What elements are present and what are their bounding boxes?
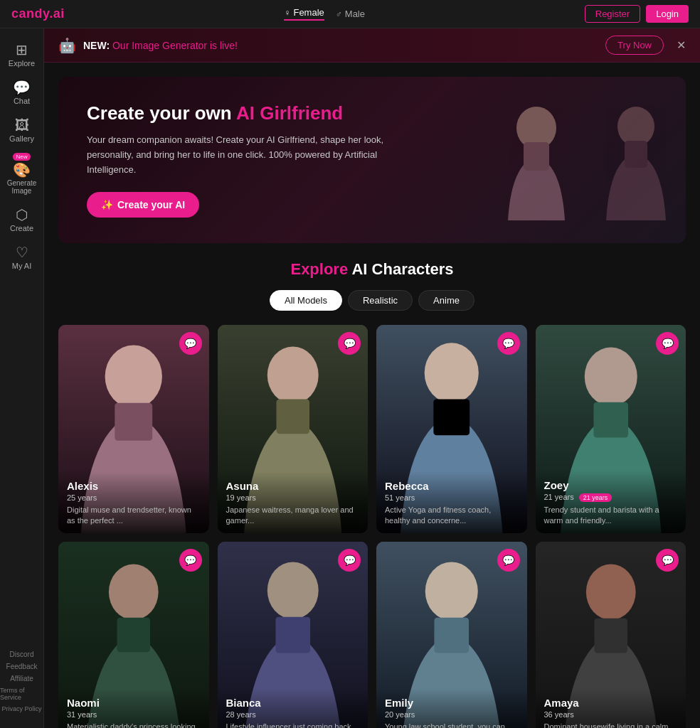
character-card-zoey[interactable]: 💬 Zoey 21 years 21 years Trendy student … [536,325,686,534]
svg-point-8 [267,346,318,403]
filter-all-models[interactable]: All Models [270,290,342,311]
terms-link[interactable]: Terms of Service [0,685,43,702]
char-name-zoey: Zoey [544,479,678,491]
char-desc-zoey: Trendy student and barista with a warm a… [544,505,678,527]
char-info-bianca: Bianca 28 years Lifestyle influencer jus… [218,688,368,728]
char-name-alexis: Alexis [67,480,201,492]
char-info-naomi: Naomi 31 years Materialistic daddy's pri… [58,688,209,728]
char-age-emily: 20 years [385,710,519,719]
sidebar-item-create[interactable]: ⬡ Create [3,202,41,238]
svg-rect-18 [117,618,150,653]
explore-icon: ⊞ [16,43,28,57]
char-info-amaya: Amaya 36 years Dominant housewife living… [536,688,686,728]
char-desc-naomi: Materialistic daddy's princess looking m… [67,722,201,728]
svg-rect-6 [115,402,152,440]
main-content: 🤖 NEW: Our Image Generator is live! Try … [44,28,700,728]
sidebar-item-chat[interactable]: 💬 Chat [3,75,41,111]
announcement-icon: 🤖 [58,37,76,54]
create-ai-button[interactable]: ✨ Create your AI [87,192,199,218]
svg-point-20 [267,562,318,619]
male-icon: ♂ [336,9,342,19]
char-name-emily: Emily [385,697,519,709]
svg-point-17 [109,564,159,620]
top-navigation: candy.ai ♀ Female ♂ Male Register Login [0,0,700,28]
svg-rect-3 [625,141,647,168]
character-card-emily[interactable]: 💬 Emily 20 years Young law school studen… [376,542,527,728]
sidebar-label-generate: GenerateImage [7,179,37,195]
svg-rect-21 [275,617,310,653]
char-desc-emily: Young law school student, you can call h… [385,722,519,728]
age-badge-zoey: 21 years [579,493,612,502]
gender-female[interactable]: ♀ Female [284,7,324,21]
character-card-asuna[interactable]: 💬 Asuna 19 years Japanese waitress, mang… [218,325,368,534]
svg-rect-15 [593,402,628,437]
char-desc-rebecca: Active Yoga and fitness coach, healthy a… [385,505,519,527]
char-desc-alexis: Digital muse and trendsetter, known as t… [67,505,201,527]
login-button[interactable]: Login [646,5,689,23]
char-name-naomi: Naomi [67,697,201,709]
hero-figure-1 [487,100,586,220]
affiliate-link[interactable]: Affiliate [10,673,33,684]
hero-content: Create your own AI Girlfriend Your dream… [87,102,386,218]
char-age-rebecca: 51 years [385,493,519,502]
svg-point-2 [617,107,654,146]
feedback-link[interactable]: Feedback [6,661,38,672]
create-icon-emoji: ✨ [101,199,113,210]
discord-link[interactable]: Discord [10,649,34,660]
sidebar-item-generate-image[interactable]: New 🎨 GenerateImage [3,150,41,200]
character-card-alexis[interactable]: 💬 Alexis 25 years Digital muse and trend… [58,325,209,534]
hero-images [487,77,686,243]
char-age-zoey: 21 years 21 years [544,493,678,502]
create-icon: ⬡ [16,208,28,222]
svg-rect-24 [434,618,469,653]
filter-realistic[interactable]: Realistic [348,290,413,311]
female-icon: ♀ [284,8,290,18]
gallery-icon: 🖼 [15,118,29,132]
hero-figure-2 [586,100,686,220]
char-info-emily: Emily 20 years Young law school student,… [376,688,527,728]
gender-selector: ♀ Female ♂ Male [284,7,365,21]
chat-button-naomi[interactable]: 💬 [179,549,202,572]
sidebar-label-explore: Explore [9,59,35,68]
chat-button-alexis[interactable]: 💬 [179,332,202,355]
svg-point-23 [425,562,478,621]
char-age-amaya: 36 years [544,710,678,719]
char-age-alexis: 25 years [67,493,201,502]
register-button[interactable]: Register [585,5,640,23]
chat-button-asuna[interactable]: 💬 [338,332,361,355]
char-desc-bianca: Lifestyle influencer just coming back fr… [226,722,360,728]
privacy-link[interactable]: Privacy Policy [1,704,41,714]
char-info-rebecca: Rebecca 51 years Active Yoga and fitness… [376,471,527,534]
sidebar-item-my-ai[interactable]: ♡ My AI [3,240,41,276]
char-name-bianca: Bianca [226,697,360,709]
nav-actions: Register Login [585,5,689,23]
close-announcement-button[interactable]: ✕ [677,38,686,52]
svg-point-11 [425,343,479,403]
gender-male[interactable]: ♂ Male [336,9,365,19]
svg-rect-1 [524,142,549,171]
sidebar-item-gallery[interactable]: 🖼 Gallery [3,112,41,149]
char-age-asuna: 19 years [226,493,360,502]
character-card-bianca[interactable]: 💬 Bianca 28 years Lifestyle influencer j… [218,542,368,728]
svg-point-14 [584,347,637,405]
sidebar-item-explore[interactable]: ⊞ Explore [3,37,41,73]
hero-description: Your dream companion awaits! Create your… [87,133,386,177]
svg-rect-9 [276,399,309,434]
character-card-amaya[interactable]: 💬 Amaya 36 years Dominant housewife livi… [536,542,686,728]
section-title: Explore AI Characters [58,260,686,279]
sidebar-label-my-ai: My AI [12,262,32,270]
character-card-naomi[interactable]: 💬 Naomi 31 years Materialistic daddy's p… [58,542,209,728]
chat-button-zoey[interactable]: 💬 [656,332,679,355]
characters-grid: 💬 Alexis 25 years Digital muse and trend… [44,325,700,728]
sidebar-bottom: Discord Feedback Affiliate Terms of Serv… [0,643,43,719]
svg-point-5 [105,345,162,408]
announcement-text: NEW: Our Image Generator is live! [83,40,598,51]
chat-button-emily[interactable]: 💬 [497,549,520,572]
hero-banner: Create your own AI Girlfriend Your dream… [58,77,686,243]
try-now-button[interactable]: Try Now [605,36,664,55]
char-info-asuna: Asuna 19 years Japanese waitress, manga … [218,471,368,534]
chat-button-rebecca[interactable]: 💬 [497,332,520,355]
char-name-asuna: Asuna [226,480,360,492]
character-card-rebecca[interactable]: 💬 Rebecca 51 years Active Yoga and fitne… [376,325,527,534]
filter-anime[interactable]: Anime [418,290,474,311]
